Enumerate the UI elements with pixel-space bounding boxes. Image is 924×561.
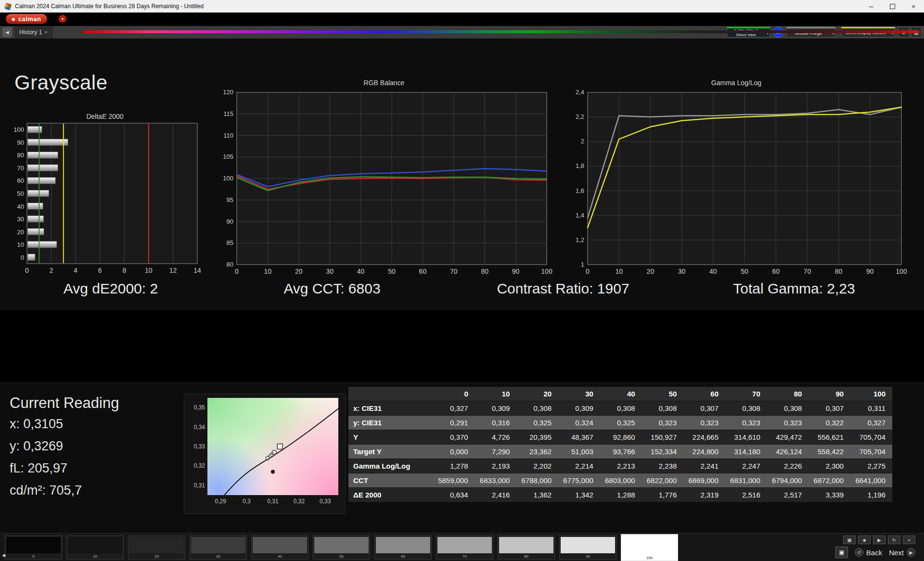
- next-button[interactable]: Next ▶: [889, 548, 915, 557]
- pattern-patch-50[interactable]: 50: [313, 536, 370, 560]
- svg-text:2: 2: [581, 138, 584, 145]
- table-cell: 0,323: [767, 416, 809, 430]
- pattern-patch-color: [68, 537, 122, 553]
- pattern-patch-0[interactable]: 0: [5, 536, 62, 560]
- table-cell: 0,311: [850, 401, 892, 416]
- pattern-patch-20[interactable]: 20: [128, 536, 185, 560]
- table-cell: 6831,000: [725, 473, 767, 488]
- measurement-controls: ▣ ■ ▶ ↻ »: [843, 536, 915, 544]
- svg-text:1,4: 1,4: [576, 212, 584, 219]
- svg-text:50: 50: [741, 268, 748, 275]
- continuous-read-button[interactable]: ↻: [888, 536, 900, 544]
- table-cell: 2,202: [516, 459, 558, 473]
- avg-cct-stat: Avg CCT: 6803: [248, 280, 416, 297]
- pattern-patch-color: [6, 537, 61, 553]
- minimize-button[interactable]: ─: [860, 0, 882, 13]
- table-cell: 0,370: [433, 430, 475, 445]
- svg-text:40: 40: [709, 268, 717, 275]
- pattern-patch-label: 20: [128, 554, 185, 559]
- table-cell: 0,324: [558, 416, 600, 430]
- pattern-patch-100[interactable]: 100: [621, 534, 678, 561]
- calman-logo[interactable]: ◆ calman: [6, 14, 47, 24]
- table-cell: 0,323: [683, 416, 725, 430]
- table-cell: 20,395: [516, 430, 558, 445]
- skip-button[interactable]: »: [903, 536, 915, 544]
- table-cell: 0,000: [433, 445, 475, 459]
- history-back-button[interactable]: ◀: [2, 27, 12, 37]
- table-cell: 1,342: [558, 488, 600, 502]
- table-cell: 2,247: [725, 459, 767, 473]
- svg-text:90: 90: [512, 268, 520, 275]
- pattern-patch-color: [253, 537, 307, 553]
- table-row: Gamma Log/Log1,2782,1932,2022,2142,2132,…: [348, 459, 892, 473]
- pattern-patch-color: [191, 537, 245, 553]
- current-reading-title: Current Reading: [10, 395, 119, 412]
- pattern-patch-40[interactable]: 40: [251, 536, 308, 560]
- pattern-patch-color: [376, 537, 430, 553]
- pattern-patch-60[interactable]: 60: [374, 536, 432, 560]
- table-cell: 2,213: [600, 459, 642, 473]
- svg-text:90: 90: [17, 139, 24, 146]
- svg-text:10: 10: [264, 268, 272, 275]
- table-cell: 3,339: [808, 488, 850, 502]
- pattern-patch-30[interactable]: 30: [190, 536, 247, 560]
- svg-text:85: 85: [227, 239, 233, 246]
- table-cell: 4,726: [475, 430, 517, 445]
- tab-history-1[interactable]: History 1 ▾: [14, 26, 52, 38]
- table-cell: 93,766: [600, 445, 642, 459]
- pattern-window-toggle-button[interactable]: ▣: [843, 536, 856, 544]
- table-row: ΔE 20000,6342,4161,3621,3421,2881,7762,3…: [348, 488, 892, 502]
- svg-text:0,3: 0,3: [243, 498, 251, 505]
- table-cell: 2,241: [683, 459, 725, 473]
- cie-chart-plot: 0,350,340,330,320,310,290,30,310,320,33: [184, 394, 346, 514]
- pattern-patch-10[interactable]: 10: [66, 536, 124, 560]
- pattern-patch-90[interactable]: 90: [559, 536, 616, 560]
- svg-text:0,32: 0,32: [294, 498, 305, 505]
- table-col-header: 30: [558, 387, 600, 401]
- table-col-header: 70: [725, 387, 767, 401]
- svg-text:40: 40: [17, 203, 24, 210]
- stop-button[interactable]: ■: [858, 536, 871, 544]
- back-button[interactable]: ↺ Back: [855, 548, 882, 557]
- reading-x: x: 0,3105: [10, 417, 63, 432]
- table-corner-header: [348, 387, 433, 401]
- next-label: Next: [889, 548, 904, 557]
- pattern-bar: 0102030405060708090100 ◀ ▣ ■ ▶ ↻ » ▣ ↺ B…: [0, 533, 924, 561]
- play-button[interactable]: ▶: [873, 536, 886, 544]
- pattern-patch-70[interactable]: 70: [436, 536, 493, 560]
- table-cell: 0,308: [600, 401, 642, 416]
- svg-text:105: 105: [223, 153, 233, 160]
- table-row: CCT5859,0006833,0006788,0006775,0006803,…: [348, 473, 892, 488]
- table-cell: 0,307: [683, 401, 725, 416]
- svg-text:30: 30: [326, 268, 334, 275]
- maximize-button[interactable]: [882, 0, 903, 13]
- table-cell: 0,309: [475, 401, 517, 416]
- pattern-patch-label: 90: [560, 554, 616, 559]
- pattern-patch-80[interactable]: 80: [498, 536, 555, 560]
- table-cell: 224,800: [683, 445, 725, 459]
- pattern-scroll-left-button[interactable]: ◀: [2, 553, 5, 558]
- page-title: Grayscale: [14, 71, 108, 94]
- table-cell: 2,226: [767, 459, 809, 473]
- table-col-header: 100: [850, 387, 892, 401]
- svg-text:10: 10: [17, 241, 24, 248]
- main-menu-button[interactable]: ▼: [59, 15, 66, 23]
- svg-text:1: 1: [581, 261, 584, 268]
- next-icon: ▶: [907, 548, 915, 557]
- table-cell: 6833,000: [475, 473, 517, 488]
- table-cell: 2,214: [558, 459, 600, 473]
- table-cell: 51,003: [558, 445, 600, 459]
- pattern-window-button[interactable]: ▣: [835, 547, 848, 558]
- table-cell: 5859,000: [433, 473, 475, 488]
- wizard-nav: ▣ ↺ Back Next ▶: [835, 547, 915, 558]
- rgb-balance-chart-title: RGB Balance: [216, 77, 552, 89]
- maximize-icon: [890, 4, 895, 9]
- table-cell: 2,516: [725, 488, 767, 502]
- svg-text:0,31: 0,31: [194, 482, 205, 489]
- close-button[interactable]: ×: [903, 0, 924, 13]
- table-row-label: Gamma Log/Log: [348, 459, 433, 473]
- table-col-header: 80: [767, 387, 809, 401]
- svg-text:0: 0: [21, 254, 24, 261]
- svg-text:40: 40: [357, 268, 365, 275]
- svg-text:100: 100: [13, 126, 24, 133]
